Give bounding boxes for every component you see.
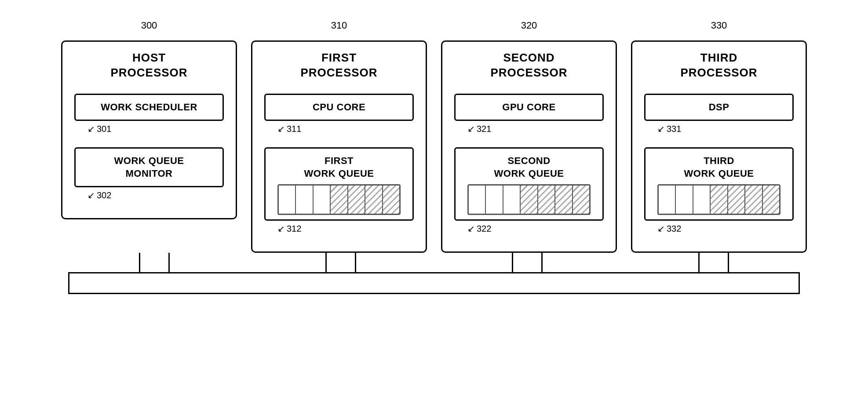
- bus-stub-second: [441, 253, 613, 272]
- bottom-bus-area: [68, 253, 800, 294]
- third-work-queue-wrapper: THIRDWORK QUEUE ↙: [644, 147, 794, 221]
- stub-line-host: [139, 253, 170, 272]
- work-queue-monitor-box: WORK QUEUEMONITOR: [74, 147, 224, 187]
- third-processor-block: 330 THIRDPROCESSOR DSP ↙ 331 THIRDWORK Q…: [631, 40, 807, 253]
- first-work-queue-wrapper: FIRSTWORK QUEUE ↙: [264, 147, 414, 221]
- ref-331: 331: [667, 124, 681, 134]
- second-work-queue-wrapper: SECONDWORK QUEUE ↙: [454, 147, 604, 221]
- gpu-core-label: GPU CORE: [502, 102, 555, 113]
- bus-stub-third: [627, 253, 800, 272]
- stub-line-first: [325, 253, 356, 272]
- diagram-container: 300 HOSTPROCESSOR WORK SCHEDULER ↙ 301 W…: [16, 14, 852, 401]
- wq3-cell-hatched-1: [711, 186, 728, 214]
- second-processor-label: SECONDPROCESSOR: [490, 51, 567, 80]
- curved-arrow-332: ↙: [657, 223, 665, 234]
- third-processor-label: THIRDPROCESSOR: [680, 51, 757, 80]
- work-scheduler-box: WORK SCHEDULER: [74, 94, 224, 121]
- dsp-ref: ↙ 331: [657, 124, 681, 134]
- second-work-queue-visual: [467, 184, 591, 215]
- cpu-core-ref: ↙ 311: [277, 124, 301, 134]
- host-processor-label: HOSTPROCESSOR: [110, 51, 187, 80]
- bus-stub-first: [255, 253, 427, 272]
- dsp-box: DSP: [644, 94, 794, 121]
- curved-arrow-331: ↙: [657, 124, 665, 134]
- curved-arrow-311: ↙: [277, 124, 285, 134]
- ref-301: 301: [97, 124, 111, 134]
- first-work-queue-label: FIRSTWORK QUEUE: [304, 155, 374, 179]
- wq-cell-plain-3: [314, 186, 331, 214]
- second-processor-number: 320: [521, 20, 537, 31]
- dsp-label: DSP: [709, 102, 729, 113]
- wq-cell-hatched-4: [383, 186, 399, 214]
- ref-322: 322: [477, 224, 491, 234]
- cpu-core-label: CPU CORE: [313, 102, 365, 113]
- work-queue-monitor-ref: ↙ 302: [88, 190, 111, 200]
- first-processor-number: 310: [331, 20, 347, 31]
- wq3-cell-hatched-4: [763, 186, 779, 214]
- wq3-cell-plain-2: [676, 186, 693, 214]
- stub-line-third: [698, 253, 729, 272]
- work-scheduler-label: WORK SCHEDULER: [101, 102, 197, 113]
- curved-arrow-312: ↙: [277, 223, 285, 234]
- wq3-cell-plain-3: [693, 186, 711, 214]
- curved-arrow-302: ↙: [88, 190, 95, 200]
- third-work-queue-ref: ↙ 332: [657, 223, 681, 234]
- stub-line-second: [512, 253, 543, 272]
- first-work-queue-box: FIRSTWORK QUEUE: [264, 147, 414, 221]
- third-work-queue-label: THIRDWORK QUEUE: [684, 155, 754, 179]
- curved-arrow-322: ↙: [467, 223, 475, 234]
- work-scheduler-ref: ↙ 301: [88, 124, 111, 134]
- wq3-cell-hatched-2: [728, 186, 745, 214]
- first-work-queue-visual: [277, 184, 401, 215]
- work-queue-monitor-label: WORK QUEUEMONITOR: [114, 155, 184, 179]
- third-work-queue-visual: [657, 184, 780, 215]
- dsp-wrapper: DSP ↙ 331: [644, 94, 794, 121]
- work-scheduler-wrapper: WORK SCHEDULER ↙ 301: [74, 94, 224, 121]
- wq-cell-hatched-2: [348, 186, 365, 214]
- cpu-core-box: CPU CORE: [264, 94, 414, 121]
- wq3-cell-plain-1: [659, 186, 676, 214]
- first-processor-block: 310 FIRSTPROCESSOR CPU CORE ↙ 311 FIRSTW…: [251, 40, 427, 253]
- bus-stubs: [68, 253, 800, 272]
- wq2-cell-plain-2: [486, 186, 503, 214]
- wq2-cell-hatched-4: [573, 186, 589, 214]
- host-processor-block: 300 HOSTPROCESSOR WORK SCHEDULER ↙ 301 W…: [61, 40, 237, 219]
- first-processor-label: FIRSTPROCESSOR: [300, 51, 377, 80]
- host-processor-number: 300: [141, 20, 157, 31]
- processors-row: 300 HOSTPROCESSOR WORK SCHEDULER ↙ 301 W…: [61, 40, 807, 253]
- ref-311: 311: [287, 124, 301, 134]
- second-processor-block: 320 SECONDPROCESSOR GPU CORE ↙ 321 SECON…: [441, 40, 617, 253]
- second-work-queue-ref: ↙ 322: [467, 223, 491, 234]
- wq-cell-plain-2: [296, 186, 313, 214]
- bus-stub-host: [68, 253, 241, 272]
- ref-312: 312: [287, 224, 301, 234]
- wq2-cell-plain-1: [469, 186, 486, 214]
- second-work-queue-label: SECONDWORK QUEUE: [494, 155, 564, 179]
- wq2-cell-hatched-1: [521, 186, 538, 214]
- ref-321: 321: [477, 124, 491, 134]
- wq2-cell-hatched-2: [538, 186, 555, 214]
- curved-arrow-321: ↙: [467, 124, 475, 134]
- ref-332: 332: [667, 224, 681, 234]
- curved-arrow-301: ↙: [88, 124, 95, 134]
- third-processor-number: 330: [711, 20, 727, 31]
- gpu-core-ref: ↙ 321: [467, 124, 491, 134]
- wq-cell-hatched-3: [365, 186, 383, 214]
- first-work-queue-ref: ↙ 312: [277, 223, 301, 234]
- work-queue-monitor-wrapper: WORK QUEUEMONITOR ↙ 302: [74, 147, 224, 187]
- gpu-core-wrapper: GPU CORE ↙ 321: [454, 94, 604, 121]
- second-work-queue-box: SECONDWORK QUEUE: [454, 147, 604, 221]
- wq3-cell-hatched-3: [745, 186, 762, 214]
- system-bus-bar: [68, 272, 800, 294]
- wq2-cell-plain-3: [503, 186, 521, 214]
- cpu-core-wrapper: CPU CORE ↙ 311: [264, 94, 414, 121]
- ref-302: 302: [97, 190, 111, 200]
- third-work-queue-box: THIRDWORK QUEUE: [644, 147, 794, 221]
- wq2-cell-hatched-3: [555, 186, 573, 214]
- wq-cell-hatched-1: [331, 186, 348, 214]
- gpu-core-box: GPU CORE: [454, 94, 604, 121]
- wq-cell-plain-1: [279, 186, 296, 214]
